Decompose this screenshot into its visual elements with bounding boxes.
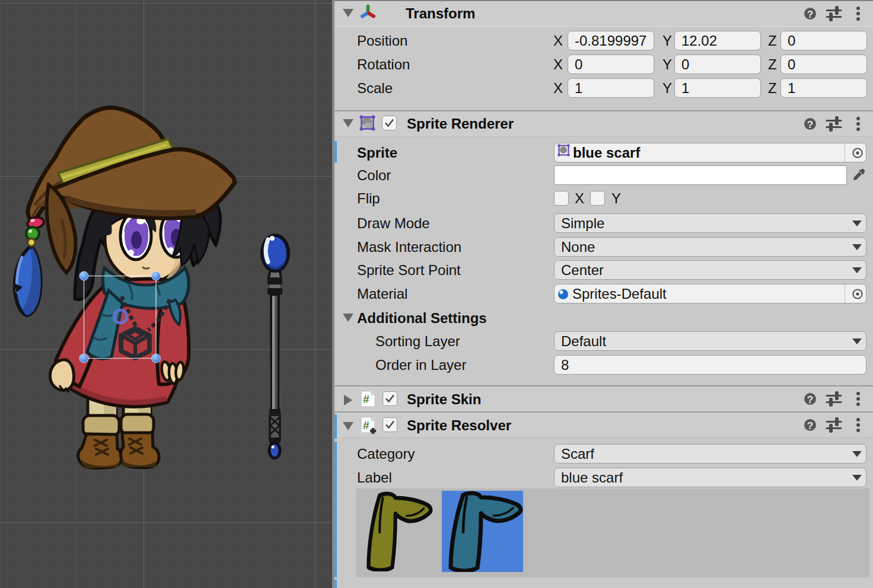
- svg-text:?: ?: [807, 9, 813, 20]
- svg-text:?: ?: [807, 394, 813, 405]
- svg-text:#: #: [363, 419, 369, 432]
- svg-text:?: ?: [807, 420, 813, 432]
- svg-text:?: ?: [807, 119, 813, 130]
- svg-text:#: #: [363, 393, 369, 405]
